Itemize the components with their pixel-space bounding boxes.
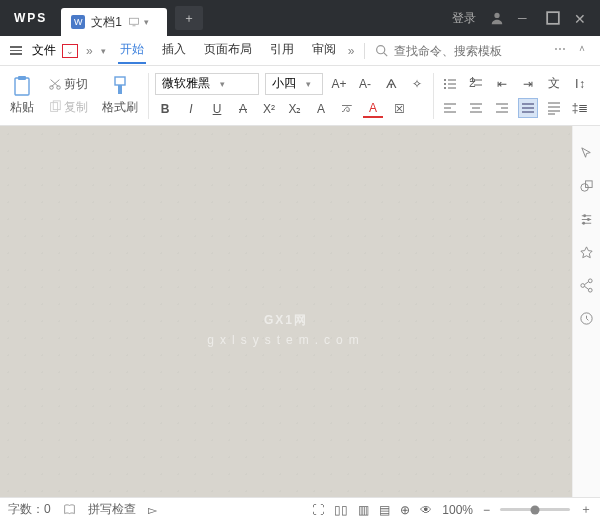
new-tab-button[interactable]: ＋ [175, 6, 203, 30]
align-distribute-button[interactable] [544, 98, 564, 118]
user-icon[interactable] [490, 11, 504, 25]
collapse-ribbon-icon[interactable]: ＾ [576, 42, 588, 59]
chevron-down-icon: ▾ [306, 79, 311, 89]
tabs-more[interactable]: » [348, 44, 355, 58]
svg-point-47 [587, 218, 590, 221]
svg-line-54 [585, 286, 589, 289]
document-tab[interactable]: W 文档1 ▾ [61, 8, 167, 36]
italic-button[interactable]: I [181, 99, 201, 119]
svg-point-51 [581, 284, 585, 288]
format-painter-button[interactable]: 格式刷 [98, 73, 142, 118]
cut-button[interactable]: 剪切 [44, 74, 92, 95]
word-doc-icon: W [71, 15, 85, 29]
shrink-font-button[interactable]: A- [355, 74, 375, 94]
menubar-more-icon[interactable]: ⋯ [554, 42, 566, 59]
quick-more[interactable]: » [86, 44, 93, 58]
font-color-button[interactable]: A [363, 100, 383, 118]
svg-point-49 [582, 222, 585, 225]
status-bar: 字数：0 拼写检查 ▻ ⛶ ▯▯ ▥ ▤ ⊕ 👁 100% − ＋ [0, 497, 600, 521]
file-menu-dropdown[interactable]: ⌄ [62, 44, 78, 58]
clear-format-button[interactable]: ✧ [407, 74, 427, 94]
view-outline-icon[interactable]: ▤ [379, 503, 390, 517]
format-painter-label: 格式刷 [102, 99, 138, 116]
zoom-in-button[interactable]: ＋ [580, 501, 592, 518]
fullscreen-icon[interactable]: ⛶ [312, 503, 324, 517]
hamburger-icon[interactable] [6, 42, 26, 59]
svg-text:2: 2 [469, 77, 476, 90]
highlight-button[interactable]: ꯍ [337, 99, 357, 119]
share-icon[interactable] [579, 278, 594, 293]
align-justify-button[interactable] [518, 98, 538, 118]
align-center-button[interactable] [466, 98, 486, 118]
svg-rect-3 [547, 12, 559, 24]
svg-point-16 [444, 79, 446, 81]
zoom-slider[interactable] [500, 508, 570, 511]
title-bar: WPS W 文档1 ▾ ＋ 登录 ─ ✕ [0, 0, 600, 36]
close-button[interactable]: ✕ [574, 11, 588, 25]
spellcheck-button[interactable]: 拼写检查 [88, 501, 136, 518]
svg-rect-7 [18, 76, 26, 80]
file-menu[interactable]: 文件 [30, 40, 58, 61]
shape-tool-icon[interactable] [579, 179, 594, 194]
font-size-select[interactable]: 小四▾ [265, 73, 323, 95]
copy-button[interactable]: 复制 [44, 97, 92, 118]
view-read-icon[interactable]: ▥ [358, 503, 369, 517]
history-icon[interactable] [579, 311, 594, 326]
decrease-indent-button[interactable]: ⇤ [492, 74, 512, 94]
svg-point-52 [588, 288, 592, 292]
svg-point-17 [444, 83, 446, 85]
font-name-select[interactable]: 微软雅黑▾ [155, 73, 259, 95]
clipboard-icon [12, 75, 32, 97]
bold-button[interactable]: B [155, 99, 175, 119]
document-canvas[interactable]: GX1网 gxlsystem.com [0, 126, 572, 497]
align-left-button[interactable] [440, 98, 460, 118]
align-right-button[interactable] [492, 98, 512, 118]
superscript-button[interactable]: X² [259, 99, 279, 119]
spellcheck-toggle[interactable]: ▻ [148, 503, 157, 517]
tab-insert[interactable]: 插入 [160, 37, 188, 64]
wps-logo: WPS [0, 11, 61, 25]
maximize-button[interactable] [546, 11, 560, 25]
line-spacing-button[interactable]: ‡≣ [570, 98, 590, 118]
select-tool-icon[interactable] [579, 146, 594, 161]
underline-button[interactable]: U [207, 99, 227, 119]
tab-references[interactable]: 引用 [268, 37, 296, 64]
increase-indent-button[interactable]: ⇥ [518, 74, 538, 94]
copy-label: 复制 [64, 99, 88, 116]
view-web-icon[interactable]: ⊕ [400, 503, 410, 517]
document-tab-label: 文档1 [91, 14, 122, 31]
view-print-icon[interactable]: ▯▯ [334, 503, 348, 517]
svg-point-2 [494, 13, 499, 18]
book-icon[interactable] [63, 503, 76, 516]
word-count[interactable]: 字数：0 [8, 501, 51, 518]
paste-button[interactable]: 粘贴 [6, 73, 38, 118]
svg-point-4 [377, 46, 385, 54]
bullets-button[interactable] [440, 74, 460, 94]
copy-icon [48, 100, 62, 114]
tab-page-layout[interactable]: 页面布局 [202, 37, 254, 64]
quick-more-dd[interactable]: ▾ [101, 46, 106, 56]
change-case-button[interactable]: Ѧ [381, 74, 401, 94]
text-effects-button[interactable]: A [311, 99, 331, 119]
numbering-button[interactable]: 12 [466, 74, 486, 94]
tab-home[interactable]: 开始 [118, 37, 146, 64]
favorite-icon[interactable] [579, 245, 594, 260]
sort-button[interactable]: Ⅰ↕ [570, 74, 590, 94]
text-direction-button[interactable]: 文 [544, 74, 564, 94]
tab-dropdown-icon[interactable]: ▾ [144, 17, 149, 27]
command-search[interactable] [375, 44, 550, 58]
subscript-button[interactable]: X₂ [285, 99, 305, 119]
brush-icon [110, 75, 130, 97]
grow-font-button[interactable]: A+ [329, 74, 349, 94]
tab-review[interactable]: 审阅 [310, 37, 338, 64]
zoom-value[interactable]: 100% [442, 503, 473, 517]
char-shading-button[interactable]: ☒ [389, 99, 409, 119]
login-label[interactable]: 登录 [452, 10, 476, 27]
strike-button[interactable]: A [233, 99, 253, 119]
ribbon: 粘贴 剪切 复制 格式刷 微软雅黑▾ 小四▾ A+ A- Ѧ ✧ B I U A [0, 66, 600, 126]
eye-icon[interactable]: 👁 [420, 503, 432, 517]
settings-panel-icon[interactable] [579, 212, 594, 227]
zoom-out-button[interactable]: − [483, 503, 490, 517]
search-input[interactable] [394, 44, 514, 58]
minimize-button[interactable]: ─ [518, 11, 532, 25]
